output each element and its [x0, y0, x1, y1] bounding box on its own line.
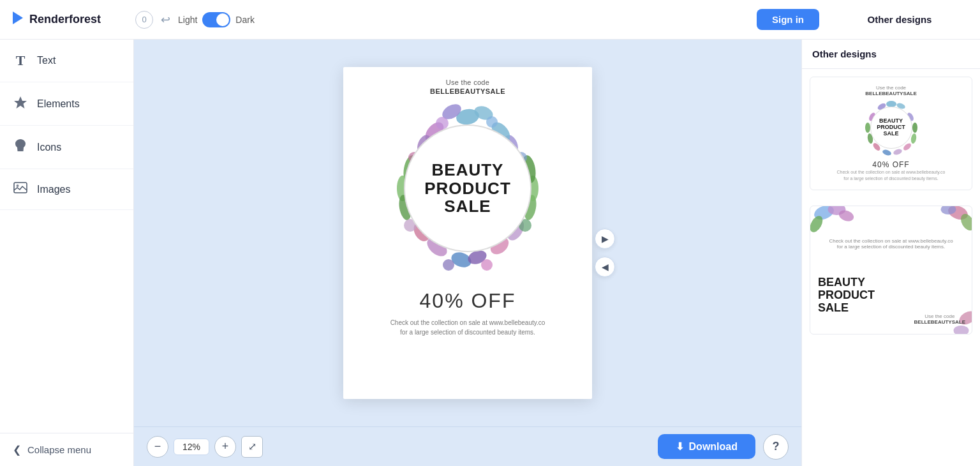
thumb2-title-text: BEAUTY PRODUCT SALE [818, 276, 875, 314]
theme-toggle: Light Dark [178, 12, 255, 27]
canvas-area: Use the code BELLEBEAUTYSALE [134, 40, 801, 466]
images-icon [13, 182, 28, 197]
theme-toggle-thumb [216, 13, 229, 26]
center-circle: BEAUTY PRODUCT SALE [404, 124, 531, 252]
svg-point-30 [481, 259, 493, 271]
text-icon: T [13, 52, 28, 69]
svg-point-29 [443, 259, 454, 271]
svg-marker-1 [14, 96, 27, 109]
svg-point-37 [865, 123, 870, 133]
elements-icon [13, 95, 28, 112]
other-designs-panel-title: Other designs [829, 14, 970, 25]
download-label: Download [689, 441, 738, 453]
promo-desc-line1: Check out the collection on sale at www.… [390, 318, 546, 327]
svg-point-24 [486, 116, 498, 128]
expand-button[interactable]: ⤢ [241, 436, 263, 458]
help-button[interactable]: ? [763, 434, 789, 460]
thumb1-inner: Use the code BELLEBEAUTYSALE [810, 77, 972, 190]
download-button[interactable]: ⬇ Download [658, 434, 755, 459]
sidebar-item-elements[interactable]: Elements [0, 82, 133, 126]
theme-light-label: Light [178, 15, 197, 25]
theme-dark-label: Dark [235, 15, 255, 25]
canvas-toolbar: − 12% + ⤢ ⬇ Download ? [134, 426, 801, 466]
svg-marker-0 [13, 11, 23, 24]
thumb1-code2: BELLEBEAUTYSALE [865, 91, 916, 96]
canvas-workspace[interactable]: Use the code BELLEBEAUTYSALE [134, 40, 801, 426]
right-panel: Other designs Use the code BELLEBEAUTYSA… [801, 40, 980, 466]
collapse-icon: ❮ [13, 444, 21, 456]
collapse-menu[interactable]: ❮ Collapse menu [0, 433, 133, 466]
thumb1-discount: 40% OFF [872, 160, 909, 169]
zoom-value: 12% [174, 439, 209, 455]
thumb2-desc1: Check out the collection on sale at www.… [818, 238, 964, 244]
zoom-controls: − 12% + ⤢ [147, 436, 263, 458]
right-panel-title: Other designs [802, 40, 980, 69]
signin-button[interactable]: Sign in [757, 9, 819, 30]
svg-point-40 [882, 149, 892, 156]
collapse-menu-label: Collapse menu [27, 444, 91, 455]
thumb2-bottom-code: Use the code BELLEBEAUTYSALE [914, 313, 965, 327]
thumb1-desc2: for a large selection of discounted beau… [843, 176, 938, 182]
thumb1-code1: Use the code [876, 85, 906, 91]
design-thumb-1[interactable]: Use the code BELLEBEAUTYSALE [810, 77, 972, 190]
thumb1-title: BEAUTY PRODUCT SALE [877, 118, 905, 137]
svg-point-41 [893, 148, 903, 156]
theme-toggle-track[interactable] [202, 12, 230, 27]
thumb2-title: BEAUTY PRODUCT SALE [818, 276, 875, 314]
sidebar-item-images[interactable]: Images [0, 169, 133, 210]
logo-icon [10, 10, 26, 29]
design-card: Use the code BELLEBEAUTYSALE [343, 67, 592, 399]
header-center: 0 ↩ Light Dark [135, 11, 746, 29]
zoom-minus-button[interactable]: − [147, 436, 168, 458]
title-line1: BEAUTY [424, 161, 511, 179]
sidebar-item-elements-label: Elements [37, 98, 80, 110]
sidebar-item-images-label: Images [37, 184, 70, 195]
design-thumb-2[interactable]: Check out the collection on sale at www.… [810, 206, 972, 334]
nav-next-button[interactable]: ▶ [595, 229, 615, 249]
undo-count: 0 [135, 11, 153, 29]
logo-text: Renderforest [29, 13, 101, 26]
main-title: BEAUTY PRODUCT SALE [424, 161, 511, 216]
undo-button[interactable]: ↩ [161, 13, 170, 27]
sidebar-item-text-label: Text [37, 55, 56, 66]
thumb1-circle-container: BEAUTY PRODUCT SALE [863, 99, 920, 156]
logo: Renderforest [10, 10, 125, 29]
thumb1-desc1: Check out the collection on sale at www.… [837, 169, 946, 176]
svg-point-44 [912, 123, 917, 133]
nav-arrows: ▶ ◀ [595, 229, 615, 277]
title-line3: SALE [424, 197, 511, 216]
main-layout: T Text Elements Icons [0, 40, 980, 466]
header: Renderforest 0 ↩ Light Dark Sign in Othe… [0, 0, 980, 40]
icons-icon [13, 139, 28, 156]
sidebar-item-icons[interactable]: Icons [0, 126, 133, 169]
nav-prev-button[interactable]: ◀ [595, 257, 615, 277]
promo-code-line1: Use the code [446, 79, 489, 86]
discount-text: 40% OFF [420, 289, 516, 313]
sidebar-item-text[interactable]: T Text [0, 40, 133, 82]
sidebar-item-icons-label: Icons [37, 142, 61, 153]
zoom-plus-button[interactable]: + [214, 436, 236, 458]
thumb1-center-circle: BEAUTY PRODUCT SALE [870, 107, 912, 149]
svg-point-43 [910, 133, 917, 144]
title-line2: PRODUCT [424, 179, 511, 198]
download-icon: ⬇ [676, 440, 684, 453]
floral-wreath: BEAUTY PRODUCT SALE [378, 99, 557, 278]
svg-rect-2 [14, 183, 27, 193]
thumb2-content: Check out the collection on sale at www.… [818, 238, 964, 250]
promo-code-line2: BELLEBEAUTYSALE [430, 87, 505, 95]
thumb2-inner: Check out the collection on sale at www.… [810, 206, 972, 334]
promo-desc-line2: for a large selection of discounted beau… [400, 327, 535, 337]
thumb2-desc2: for a large selection of discounted beau… [818, 244, 964, 250]
svg-point-3 [17, 184, 19, 187]
sidebar: T Text Elements Icons [0, 40, 134, 466]
